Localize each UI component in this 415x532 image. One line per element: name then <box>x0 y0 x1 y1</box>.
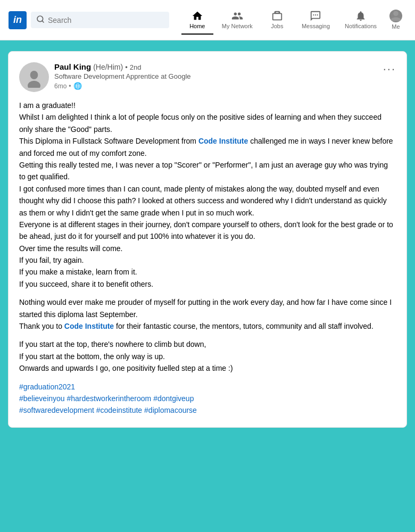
post-line-2: Whilst I am delighted I think a lot of p… <box>19 111 396 135</box>
post-line-4: Getting this really tested me, I was nev… <box>19 159 396 183</box>
messaging-icon <box>310 10 321 22</box>
svg-point-6 <box>30 71 38 79</box>
me-avatar <box>389 10 402 22</box>
post-line-8: If you fail, try again. <box>19 254 396 266</box>
jobs-icon <box>271 10 283 22</box>
svg-point-2 <box>313 14 314 15</box>
post-line-13: If you start at the top, there's nowhere… <box>19 338 396 350</box>
hashtag-diplomacourse[interactable]: #diplomacourse <box>144 406 197 414</box>
svg-point-3 <box>315 14 316 15</box>
post-body: I am a graduate!! Whilst I am delighted … <box>19 99 396 417</box>
hashtag-softwaredevelopment[interactable]: #softwaredevelopment <box>19 406 94 414</box>
network-icon <box>231 10 243 22</box>
post-card: Paul King (He/Him) • 2nd Software Develo… <box>8 51 407 428</box>
search-bar[interactable] <box>31 12 169 28</box>
hashtag-graduation2021[interactable]: #graduation2021 <box>19 383 75 391</box>
avatar <box>19 62 49 92</box>
visibility-icon: 🌐 <box>73 82 82 90</box>
svg-point-4 <box>317 14 318 15</box>
nav-item-home[interactable]: Home <box>181 6 213 35</box>
search-input[interactable] <box>48 16 164 24</box>
poster-connection-degree: 2nd <box>130 63 142 71</box>
content-area: Paul King (He/Him) • 2nd Software Develo… <box>8 51 407 428</box>
post-line-9: If you make a mistake, learn from it. <box>19 266 396 278</box>
post-line-1: I am a graduate!! <box>19 99 396 111</box>
post-header: Paul King (He/Him) • 2nd Software Develo… <box>19 62 396 92</box>
home-icon <box>192 10 203 22</box>
nav-item-jobs[interactable]: Jobs <box>261 6 293 35</box>
hashtag-codeinstitute[interactable]: #codeinstitute <box>96 406 142 414</box>
post-line-3: This Diploma in Fullstack Software Devel… <box>19 135 396 159</box>
poster-title: Software Development Apprentice at Googl… <box>54 72 379 80</box>
poster-name[interactable]: Paul King <box>54 62 91 71</box>
poster-pronouns: (He/Him) <box>93 63 123 71</box>
post-line-10: If you succeed, share it to benefit othe… <box>19 278 396 290</box>
more-options-button[interactable]: ··· <box>383 62 396 76</box>
nav-item-me[interactable]: Me <box>385 5 406 35</box>
post-hashtag-1: #graduation2021 <box>19 381 396 393</box>
svg-line-1 <box>42 21 44 22</box>
notifications-icon <box>355 10 367 22</box>
code-institute-link-1[interactable]: Code Institute <box>198 137 248 145</box>
nav-item-network[interactable]: My Network <box>215 6 259 35</box>
code-institute-link-2[interactable]: Code Institute <box>64 322 114 330</box>
post-line-7: Over time the results will come. <box>19 243 396 254</box>
post-line-11: Nothing would ever make me prouder of my… <box>19 296 396 320</box>
hashtag-dontgiveup[interactable]: #dontgiveup <box>153 394 194 403</box>
post-hashtag-3: #softwaredevelopment #codeinstitute #dip… <box>19 404 396 416</box>
hashtag-believeinyou[interactable]: #believeinyou <box>19 394 65 403</box>
post-line-6: Everyone is at different stages in their… <box>19 219 396 243</box>
post-line-5: I got confused more times than I can cou… <box>19 183 396 219</box>
post-line-14: If you start at the bottom, the only way… <box>19 351 396 362</box>
post-line-15: Onwards and upwards I go, one positivity… <box>19 362 396 374</box>
nav-items: Home My Network Jobs Messaging Notificat… <box>181 5 406 35</box>
poster-degree: • <box>125 63 128 71</box>
post-hashtag-2: #believeinyou #hardestworkerintheroom #d… <box>19 393 396 404</box>
search-icon <box>36 15 45 25</box>
navbar: in Home My Network Jobs Messaging <box>0 0 415 40</box>
linkedin-logo[interactable]: in <box>9 11 27 29</box>
nav-item-notifications[interactable]: Notifications <box>338 6 383 35</box>
hashtag-hardestworker[interactable]: #hardestworkerintheroom <box>67 394 152 403</box>
post-time: 6mo • 🌐 <box>54 82 379 90</box>
post-meta: Paul King (He/Him) • 2nd Software Develo… <box>54 62 379 90</box>
post-line-12: Thank you to Code Institute for their fa… <box>19 320 396 332</box>
nav-item-messaging[interactable]: Messaging <box>295 6 336 35</box>
